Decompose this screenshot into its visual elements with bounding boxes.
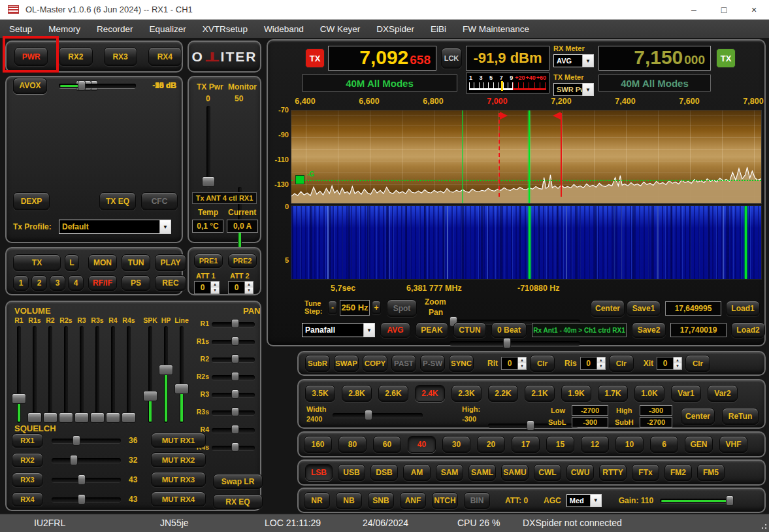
tx-control-button[interactable]: L: [65, 254, 79, 271]
spinner-down-icon[interactable]: ▼: [597, 363, 605, 369]
slider-handle[interactable]: [231, 337, 239, 346]
band-button[interactable]: 15: [546, 436, 574, 453]
pan-slider[interactable]: [212, 407, 255, 416]
slider-handle[interactable]: [122, 412, 136, 423]
filter-width-button[interactable]: 2.4K: [415, 385, 445, 402]
volume-slider[interactable]: [106, 326, 120, 423]
slider-handle[interactable]: [231, 407, 239, 416]
band-button[interactable]: GEN: [685, 436, 713, 453]
slider-handle[interactable]: [231, 372, 239, 381]
menu-item[interactable]: Equalizer: [150, 24, 186, 34]
filter-width-button[interactable]: 2.6K: [378, 385, 408, 402]
resize-grip[interactable]: [760, 523, 768, 531]
step-minus-button[interactable]: -: [328, 301, 337, 314]
menu-item[interactable]: FW Maintenance: [463, 24, 529, 34]
spinner-up-icon[interactable]: ▲: [245, 282, 253, 288]
pan-slider[interactable]: [212, 390, 255, 399]
band-button[interactable]: 17: [512, 436, 540, 453]
dropdown-arrow-icon[interactable]: ▼: [582, 84, 593, 95]
sub-rx-button[interactable]: PAST: [391, 355, 416, 372]
spinner-down-icon[interactable]: ▼: [245, 288, 253, 293]
width-slider[interactable]: [333, 410, 423, 420]
mode-button[interactable]: DSB: [370, 464, 398, 481]
band-button[interactable]: 10: [615, 436, 644, 453]
step-plus-button[interactable]: +: [372, 301, 381, 314]
slider-handle[interactable]: [231, 354, 239, 363]
menu-item[interactable]: XVTRsetup: [203, 24, 248, 34]
squelch-rx-button[interactable]: RX3: [12, 473, 43, 487]
rx-meter-select[interactable]: AVG ▼: [553, 54, 594, 67]
rx-select-button[interactable]: RX2: [59, 47, 92, 66]
filter-width-button[interactable]: 2.1K: [525, 385, 555, 402]
filter-width-button[interactable]: 3.5K: [305, 385, 335, 402]
load2-button[interactable]: Load2: [731, 322, 765, 338]
peak-button[interactable]: PEAK: [416, 322, 448, 338]
display-mode-select[interactable]: Panafall ▼: [302, 323, 375, 337]
offset-spinner[interactable]: 0 ▲▼: [501, 357, 527, 370]
volume-slider[interactable]: [159, 326, 173, 423]
mode-button[interactable]: USB: [338, 464, 365, 481]
save2-button[interactable]: Save2: [632, 322, 666, 338]
volume-slider[interactable]: [174, 326, 189, 423]
band-button[interactable]: VHF: [719, 436, 747, 453]
mode-button[interactable]: FM5: [697, 464, 725, 481]
tx-control-button[interactable]: PLAY: [155, 254, 186, 271]
lock-button[interactable]: LCK: [441, 48, 462, 69]
spinner-up-icon[interactable]: ▲: [674, 357, 681, 363]
split-flag-icon[interactable]: [553, 112, 561, 120]
rx-eq-button[interactable]: RX EQ: [213, 494, 263, 509]
pan-slider[interactable]: [212, 372, 255, 381]
vfo-b-frequency[interactable]: 7,150000: [598, 46, 711, 71]
minimize-button[interactable]: –: [679, 0, 709, 20]
volume-slider[interactable]: [122, 326, 136, 423]
filter-width-button[interactable]: 1.7K: [598, 385, 628, 402]
close-button[interactable]: ×: [739, 0, 769, 20]
pan-slider[interactable]: [212, 337, 255, 346]
slider-handle[interactable]: [70, 455, 78, 465]
mute-rx-button[interactable]: MUT RX4: [151, 491, 206, 507]
spinner-down-icon[interactable]: ▼: [674, 363, 681, 369]
sub-rx-button[interactable]: SubR: [305, 355, 330, 372]
slider-handle[interactable]: [73, 435, 80, 446]
tx-flag-icon[interactable]: [500, 112, 508, 120]
band-button[interactable]: 160: [304, 436, 332, 453]
dexp-button[interactable]: DEXP: [13, 192, 50, 210]
tx-control-button[interactable]: TX: [13, 254, 61, 271]
clear-offset-button[interactable]: Clr: [685, 355, 710, 372]
dsp-button[interactable]: NB: [336, 492, 362, 509]
tx-control-button[interactable]: 3: [50, 275, 65, 291]
volume-slider[interactable]: [27, 326, 42, 423]
mode-button[interactable]: LSB: [305, 464, 333, 481]
filter-width-button[interactable]: 1.0K: [634, 385, 664, 402]
slider-handle[interactable]: [174, 384, 189, 394]
slider-handle[interactable]: [231, 425, 239, 434]
retune-button[interactable]: ReTun: [722, 408, 759, 425]
tx-control-button[interactable]: 2: [31, 275, 47, 291]
dsp-button[interactable]: SNB: [368, 492, 394, 509]
sub-rx-button[interactable]: SWAP: [334, 355, 359, 372]
tx-eq-button[interactable]: TX EQ: [99, 192, 136, 210]
band-button[interactable]: 6: [650, 436, 678, 453]
slider-handle[interactable]: [78, 80, 86, 91]
slider-handle[interactable]: [231, 319, 239, 328]
squelch-slider[interactable]: [52, 494, 121, 505]
att2-spinner[interactable]: 0 ▲▼: [228, 281, 254, 294]
squelch-slider[interactable]: [52, 435, 121, 446]
squelch-slider[interactable]: [52, 474, 121, 485]
mode-button[interactable]: CWL: [534, 464, 561, 481]
pan-slider-main[interactable]: [450, 338, 580, 348]
band-button[interactable]: 20: [477, 436, 505, 453]
slider-handle[interactable]: [365, 410, 372, 420]
filter-center-button[interactable]: Center: [681, 408, 715, 425]
band-button[interactable]: 60: [373, 436, 401, 453]
dropdown-arrow-icon[interactable]: ▼: [363, 324, 374, 337]
rx-select-button[interactable]: RX4: [148, 47, 182, 66]
maximize-button[interactable]: □: [709, 0, 739, 20]
vfo-a-frequency[interactable]: 7,092658: [328, 46, 436, 71]
tx-control-button[interactable]: PS: [122, 275, 150, 291]
dsp-button[interactable]: BIN: [464, 492, 490, 509]
pan-slider[interactable]: [212, 319, 255, 328]
spinner-up-icon[interactable]: ▲: [518, 357, 526, 363]
slider-handle[interactable]: [43, 412, 57, 423]
sub-rx-button[interactable]: SYNC: [449, 355, 474, 372]
